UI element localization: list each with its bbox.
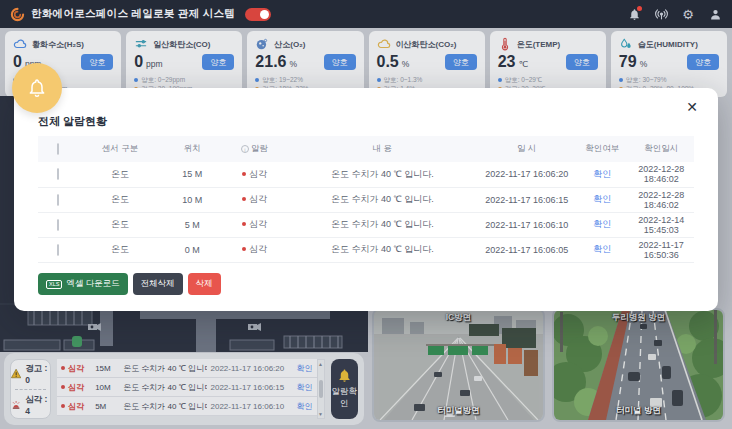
confirm-link[interactable]: 확인 — [593, 244, 611, 254]
row-checkbox[interactable] — [57, 194, 59, 206]
modal-actions: XLS 엑셀 다운로드 전체삭제 삭제 — [38, 273, 221, 295]
user-icon[interactable] — [708, 7, 722, 21]
col-alarm: 알람 — [251, 143, 268, 153]
table-row: 온도 15 M 심각 온도 수치가 40 ℃ 입니다. 2022-11-17 1… — [38, 162, 694, 187]
table-header-row: 센서 구분 위치 i알람 내 용 일 시 확인여부 확인일시 — [38, 136, 694, 162]
alarm-fab-button[interactable] — [12, 63, 62, 113]
top-bar: 한화에어로스페이스 레일로봇 관제 시스템 ⚙ — [0, 0, 732, 28]
bell-icon — [27, 78, 47, 98]
broadcast-icon[interactable] — [654, 7, 668, 21]
col-position: 위치 — [163, 136, 222, 162]
col-datetime: 일 시 — [478, 136, 576, 162]
row-checkbox[interactable] — [57, 219, 59, 231]
xls-badge-icon: XLS — [46, 280, 62, 289]
col-sensor: 센서 구분 — [77, 136, 162, 162]
excel-download-button[interactable]: XLS 엑셀 다운로드 — [38, 273, 128, 295]
info-icon[interactable]: i — [241, 145, 249, 153]
table-row: 온도 5 M 심각 온도 수치가 40 ℃ 입니다. 2022-11-17 16… — [38, 212, 694, 237]
confirm-link[interactable]: 확인 — [593, 219, 611, 229]
modal-title: 전체 알람현황 — [38, 114, 107, 129]
select-all-checkbox[interactable] — [57, 143, 59, 155]
confirm-link[interactable]: 확인 — [593, 169, 611, 179]
settings-gear-icon[interactable]: ⚙ — [681, 7, 695, 21]
alarm-history-modal: ✕ 전체 알람현황 센서 구분 위치 i알람 내 용 일 시 확인여부 확인일시 — [14, 88, 718, 311]
col-confirm-time: 확인일시 — [628, 136, 694, 162]
hanwha-logo-icon — [10, 7, 25, 22]
close-icon[interactable]: ✕ — [686, 100, 698, 114]
row-checkbox[interactable] — [57, 244, 59, 256]
confirm-link[interactable]: 확인 — [593, 194, 611, 204]
row-checkbox[interactable] — [57, 168, 59, 180]
dashboard-root: 한화에어로스페이스 레일로봇 관제 시스템 ⚙ 황화수소(H₂S) 0 — [0, 0, 732, 429]
app-title: 한화에어로스페이스 레일로봇 관제 시스템 — [31, 7, 235, 21]
alarm-table: 센서 구분 위치 i알람 내 용 일 시 확인여부 확인일시 온도 15 M 심… — [38, 136, 694, 263]
table-row: 온도 0 M 심각 온도 수치가 40 ℃ 입니다. 2022-11-17 16… — [38, 237, 694, 262]
col-content: 내 용 — [287, 136, 477, 162]
delete-all-button[interactable]: 전체삭제 — [133, 273, 183, 295]
power-toggle[interactable] — [245, 8, 271, 21]
delete-button[interactable]: 삭제 — [188, 273, 221, 295]
bell-badge — [637, 6, 642, 11]
notification-bell-icon[interactable] — [627, 7, 641, 21]
toggle-knob — [260, 10, 269, 19]
col-confirm-status: 확인여부 — [576, 136, 628, 162]
table-row: 온도 10 M 심각 온도 수치가 40 ℃ 입니다. 2022-11-17 1… — [38, 187, 694, 212]
